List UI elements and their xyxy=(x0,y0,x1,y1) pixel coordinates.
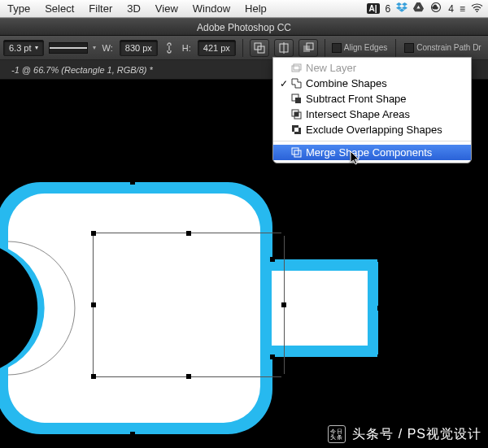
selection-rectangle[interactable] xyxy=(93,233,285,377)
constrain-path-checkbox[interactable]: Constrain Path Dr xyxy=(404,43,481,53)
watermark-text: 头条号 / PS视觉设计 xyxy=(352,426,481,443)
width-field[interactable]: 830 px xyxy=(120,40,158,56)
mac-menubar: Type Select Filter 3D View Window Help A… xyxy=(0,0,488,18)
menu-item-intersect[interactable]: Intersect Shape Areas xyxy=(273,107,471,122)
height-field[interactable]: 421 px xyxy=(198,40,236,56)
gdrive-icon[interactable] xyxy=(413,2,424,15)
menu-window[interactable]: Window xyxy=(185,2,237,15)
path-arrange-button[interactable] xyxy=(298,39,318,57)
menu-filter[interactable]: Filter xyxy=(81,2,120,15)
merge-components-icon xyxy=(290,147,303,159)
creative-cloud-icon[interactable] xyxy=(429,2,442,15)
dropbox-icon[interactable] xyxy=(396,2,407,15)
menu-select[interactable]: Select xyxy=(37,2,81,15)
stroke-width-field[interactable]: 6.3 pt▾ xyxy=(3,40,44,56)
wifi-icon[interactable] xyxy=(471,3,483,15)
path-align-button[interactable] xyxy=(274,39,294,57)
svg-rect-8 xyxy=(272,271,368,346)
subtract-shape-icon xyxy=(290,94,303,105)
path-operations-menu: New Layer ✓ Combine Shapes Subtract Fron… xyxy=(272,57,472,163)
new-layer-icon xyxy=(290,63,303,74)
document-tab[interactable]: -1 @ 66.7% (Rectangle 1, RGB/8) * xyxy=(5,62,159,78)
menu-type[interactable]: Type xyxy=(0,2,37,15)
menu-item-merge-components[interactable]: Merge Shape Components xyxy=(273,145,471,160)
svg-rect-10 xyxy=(294,64,301,70)
users-count: 4 xyxy=(448,3,454,15)
menu-help[interactable]: Help xyxy=(237,2,274,15)
menu-item-subtract-front[interactable]: Subtract Front Shape xyxy=(273,91,471,107)
intersect-shape-icon xyxy=(290,109,303,120)
link-wh-icon[interactable] xyxy=(163,41,176,54)
mac-menubar-right: A| 6 4 ≡ xyxy=(367,2,488,15)
adobe-badge-number: 6 xyxy=(386,3,391,15)
mac-menu-items: Type Select Filter 3D View Window Help xyxy=(0,2,274,15)
svg-rect-17 xyxy=(294,150,301,157)
watermark: 今日头条 头条号 / PS视觉设计 xyxy=(328,425,481,443)
menu-extra-icon[interactable]: ≡ xyxy=(460,3,465,15)
svg-rect-12 xyxy=(295,98,301,103)
menu-item-new-layer: New Layer xyxy=(273,60,471,76)
app-title-bar: Adobe Photoshop CC xyxy=(0,18,488,36)
combine-shapes-icon xyxy=(290,78,303,89)
path-ops-button[interactable] xyxy=(250,39,269,57)
menu-item-combine-shapes[interactable]: ✓ Combine Shapes xyxy=(273,76,471,91)
menu-item-exclude[interactable]: Exclude Overlapping Shapes xyxy=(273,122,471,137)
svg-rect-16 xyxy=(292,148,298,154)
adobe-badge-icon: A| xyxy=(367,3,380,14)
svg-point-1 xyxy=(477,11,478,12)
height-label: H: xyxy=(181,43,193,53)
svg-rect-15 xyxy=(294,112,298,116)
svg-rect-9 xyxy=(292,66,299,72)
exclude-shape-icon xyxy=(290,124,303,136)
menu-separator xyxy=(273,141,471,141)
align-edges-checkbox[interactable]: Align Edges xyxy=(332,43,387,53)
menu-view[interactable]: View xyxy=(148,2,185,15)
menu-3d[interactable]: 3D xyxy=(120,2,148,15)
width-label: W: xyxy=(101,43,115,53)
watermark-logo-icon: 今日头条 xyxy=(328,425,346,443)
stroke-style-preview[interactable] xyxy=(49,42,88,54)
